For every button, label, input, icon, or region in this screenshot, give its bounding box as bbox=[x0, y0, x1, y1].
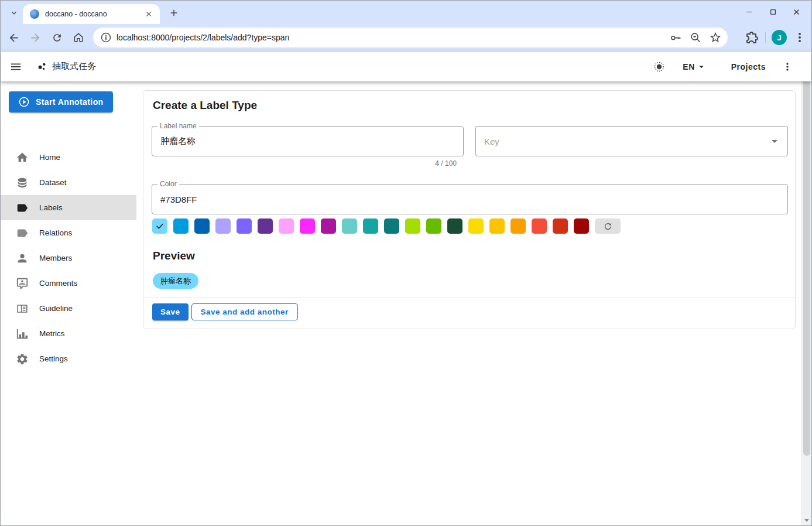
forward-arrow-icon bbox=[29, 32, 42, 44]
app-body: Start Annotation Home Dataset Labels bbox=[1, 81, 801, 525]
sidebar-item-label: Comments bbox=[39, 279, 77, 288]
browser-tab[interactable]: doccano - doccano bbox=[23, 4, 160, 24]
color-swatch[interactable] bbox=[279, 218, 294, 234]
close-icon bbox=[792, 8, 801, 16]
sidebar-nav: Home Dataset Labels Relations bbox=[1, 145, 136, 371]
color-swatch[interactable] bbox=[574, 218, 589, 234]
site-info-icon[interactable] bbox=[100, 32, 112, 43]
minimize-icon bbox=[745, 8, 753, 16]
color-swatch[interactable] bbox=[258, 218, 273, 234]
back-button[interactable] bbox=[5, 29, 22, 46]
color-swatch[interactable] bbox=[321, 218, 336, 234]
start-annotation-button[interactable]: Start Annotation bbox=[9, 91, 113, 112]
browser-home-icon bbox=[73, 32, 84, 43]
sidebar-item-guideline[interactable]: Guideline bbox=[1, 296, 136, 321]
tab-close-icon[interactable] bbox=[143, 9, 154, 19]
key-field[interactable] bbox=[475, 126, 788, 156]
page-scrollbar[interactable] bbox=[801, 52, 811, 525]
sidebar-item-label: Labels bbox=[39, 203, 63, 212]
projects-button[interactable]: Projects bbox=[731, 62, 766, 71]
tab-search-button[interactable] bbox=[6, 5, 22, 21]
label-name-input[interactable] bbox=[152, 127, 463, 156]
color-swatch[interactable] bbox=[468, 218, 484, 234]
label-name-field[interactable]: Label name bbox=[152, 126, 464, 156]
save-and-add-another-button[interactable]: Save and add another bbox=[191, 303, 298, 320]
sidebar-item-relations[interactable]: Relations bbox=[1, 220, 136, 245]
url-text[interactable]: localhost:8000/projects/2/labels/add?typ… bbox=[117, 33, 662, 42]
language-selector[interactable]: EN bbox=[683, 62, 706, 72]
maximize-button[interactable] bbox=[761, 3, 784, 21]
forward-button[interactable] bbox=[26, 29, 44, 46]
zoom-icon[interactable] bbox=[689, 31, 702, 44]
color-input[interactable] bbox=[152, 185, 787, 214]
color-swatch[interactable] bbox=[532, 218, 547, 234]
home-button[interactable] bbox=[70, 29, 87, 46]
project-link[interactable]: 抽取式任务 bbox=[37, 61, 96, 72]
sidebar-item-label: Settings bbox=[39, 354, 68, 363]
color-swatch[interactable] bbox=[447, 218, 462, 234]
minimize-button[interactable] bbox=[738, 3, 761, 21]
appbar-overflow-button[interactable] bbox=[779, 58, 796, 76]
password-key-icon[interactable] bbox=[669, 31, 682, 44]
color-swatch[interactable] bbox=[342, 218, 357, 234]
color-swatch[interactable] bbox=[426, 218, 441, 234]
sidebar-item-label: Metrics bbox=[39, 329, 65, 338]
color-swatch[interactable] bbox=[173, 218, 189, 234]
toolbar-right-cluster: J bbox=[745, 24, 807, 51]
hamburger-menu-icon bbox=[9, 60, 22, 73]
sidebar-toggle-button[interactable] bbox=[5, 56, 26, 77]
color-swatch[interactable] bbox=[384, 218, 399, 234]
color-palette bbox=[152, 218, 621, 234]
page-title: Create a Label Type bbox=[153, 99, 257, 112]
back-arrow-icon bbox=[8, 32, 20, 44]
scroll-down-arrow[interactable] bbox=[802, 515, 811, 525]
label-preview-chip: 肿瘤名称 bbox=[153, 273, 198, 289]
sidebar-item-metrics[interactable]: Metrics bbox=[1, 321, 136, 346]
save-button[interactable]: Save bbox=[152, 303, 189, 320]
new-tab-button[interactable] bbox=[167, 6, 181, 20]
color-field[interactable]: Color bbox=[152, 184, 788, 214]
bookmark-star-icon[interactable] bbox=[709, 31, 722, 44]
address-bar[interactable]: localhost:8000/projects/2/labels/add?typ… bbox=[93, 28, 728, 47]
comment-account-icon bbox=[16, 277, 29, 290]
sidebar-item-label: Dataset bbox=[39, 178, 67, 187]
color-swatch[interactable] bbox=[152, 218, 167, 234]
toolbar-separator bbox=[765, 32, 766, 43]
dropdown-caret-icon[interactable] bbox=[768, 134, 782, 148]
plus-icon bbox=[169, 8, 179, 18]
reload-button[interactable] bbox=[48, 29, 66, 46]
home-icon bbox=[16, 151, 29, 164]
color-swatch[interactable] bbox=[489, 218, 505, 234]
scrollbar-thumb[interactable] bbox=[803, 62, 810, 456]
sidebar-item-members[interactable]: Members bbox=[1, 245, 136, 271]
chevron-down-icon bbox=[9, 8, 19, 18]
sidebar-item-label: Guideline bbox=[39, 304, 73, 313]
profile-avatar[interactable]: J bbox=[772, 30, 787, 45]
start-annotation-label: Start Annotation bbox=[36, 97, 104, 107]
color-swatch[interactable] bbox=[194, 218, 210, 234]
color-swatch[interactable] bbox=[237, 218, 252, 234]
sidebar-item-home[interactable]: Home bbox=[1, 145, 136, 170]
extensions-puzzle-icon[interactable] bbox=[745, 30, 759, 45]
menu-down-icon bbox=[696, 62, 707, 72]
shuffle-color-button[interactable] bbox=[595, 218, 621, 234]
key-select-input[interactable] bbox=[476, 127, 787, 156]
close-window-button[interactable] bbox=[784, 3, 808, 21]
sidebar-item-labels[interactable]: Labels bbox=[1, 195, 136, 220]
project-title: 抽取式任务 bbox=[52, 61, 96, 72]
sidebar-item-dataset[interactable]: Dataset bbox=[1, 170, 136, 195]
check-icon bbox=[155, 221, 165, 231]
refresh-icon bbox=[603, 221, 613, 231]
color-swatch[interactable] bbox=[363, 218, 378, 234]
sidebar-item-settings[interactable]: Settings bbox=[1, 346, 136, 371]
color-swatch[interactable] bbox=[300, 218, 315, 234]
theme-toggle-button[interactable] bbox=[649, 56, 670, 77]
browser-menu-icon[interactable] bbox=[793, 30, 807, 45]
color-swatch[interactable] bbox=[215, 218, 231, 234]
color-swatch[interactable] bbox=[553, 218, 568, 234]
maximize-icon bbox=[769, 8, 777, 16]
color-swatch[interactable] bbox=[405, 218, 420, 234]
color-swatch[interactable] bbox=[511, 218, 526, 234]
sidebar-item-comments[interactable]: Comments bbox=[1, 271, 136, 296]
tab-title: doccano - doccano bbox=[45, 10, 143, 18]
